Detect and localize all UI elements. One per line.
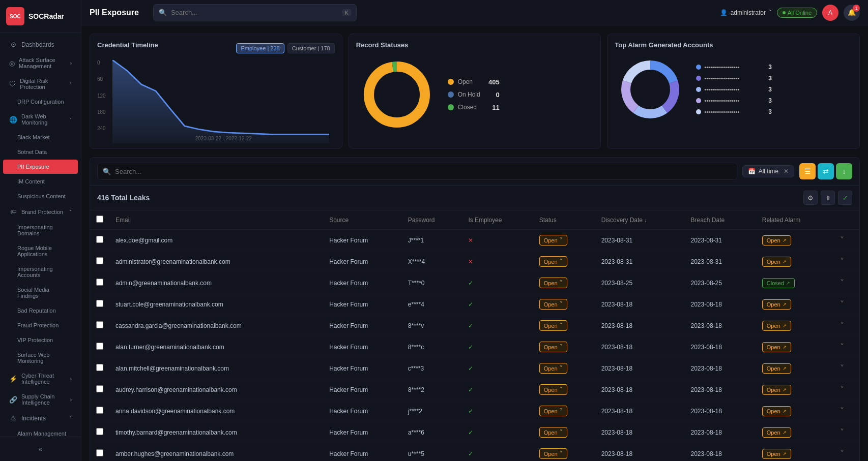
expand-row-button[interactable]: ˅ <box>840 449 844 458</box>
avatar[interactable]: A <box>822 5 838 21</box>
sidebar-item-alarm-management[interactable]: Alarm Management <box>3 426 78 437</box>
sidebar-item-im-content[interactable]: IM Content <box>3 174 78 189</box>
status-badge[interactable]: Open ˅ <box>539 235 567 245</box>
sidebar-item-attack-surface[interactable]: ◎ Attack Surface Management › <box>3 53 78 73</box>
sidebar-item-impersonating-domains[interactable]: Impersonating Domains <box>3 220 78 240</box>
expand-row-button[interactable]: ˅ <box>840 428 844 437</box>
alarm-badge[interactable]: Open ↗ <box>762 406 791 416</box>
breach-cell: 2023-08-18 <box>685 401 756 422</box>
clear-filter-icon[interactable]: ✕ <box>784 168 789 175</box>
sidebar-item-impersonating-accounts[interactable]: Impersonating Accounts <box>3 262 78 282</box>
tab-customer[interactable]: Customer | 178 <box>287 43 335 53</box>
status-badge[interactable]: Open ˅ <box>539 406 567 416</box>
alarm-badge[interactable]: Open ↗ <box>762 449 791 459</box>
row-checkbox[interactable] <box>96 300 103 307</box>
external-link-icon: ↗ <box>783 366 787 371</box>
expand-row-button[interactable]: ˅ <box>840 407 844 415</box>
expand-row-button[interactable]: ˅ <box>840 257 844 266</box>
time-filter[interactable]: 📅 All time ✕ <box>742 165 794 177</box>
alarm-badge[interactable]: Open ↗ <box>762 235 791 245</box>
alarm-badge[interactable]: Open ↗ <box>762 257 791 267</box>
sidebar-item-label: Dashboards <box>21 41 54 48</box>
sidebar-item-pii-exposure[interactable]: PII Exposure <box>3 160 78 174</box>
status-badge[interactable]: Open ˅ <box>539 342 567 352</box>
discovery-cell: 2023-08-18 <box>595 315 685 336</box>
sidebar-item-black-market[interactable]: Black Market <box>3 130 78 144</box>
collapse-button[interactable]: « <box>0 441 81 457</box>
notifications-button[interactable]: 🔔 1 <box>844 5 860 21</box>
alarm-badge[interactable]: Open ↗ <box>762 427 791 438</box>
status-badge[interactable]: Open ˅ <box>539 448 567 459</box>
sidebar-item-supply-chain[interactable]: 🔗 Supply Chain Intelligence › <box>3 389 78 410</box>
filter-btn-teal[interactable]: ⇄ <box>818 163 834 179</box>
global-search-input[interactable] <box>171 9 338 16</box>
row-checkbox[interactable] <box>96 364 103 371</box>
sidebar-item-label: Bad Reputation <box>17 308 56 314</box>
tab-employee[interactable]: Employee | 238 <box>236 43 284 53</box>
check-icon-btn[interactable]: ✓ <box>838 191 852 205</box>
sidebar-item-dashboards[interactable]: ⊙ Dashboards <box>3 37 78 52</box>
status-badge[interactable]: Open ˅ <box>539 384 567 395</box>
status-badge[interactable]: Open ˅ <box>539 320 567 331</box>
sidebar-item-suspicious[interactable]: Suspicious Content <box>3 189 78 203</box>
sidebar-item-label: Black Market <box>17 134 50 140</box>
expand-row-button[interactable]: ˅ <box>840 279 844 287</box>
employee-cell: ✓ <box>462 401 533 422</box>
sidebar-item-fraud-protection[interactable]: Fraud Protection <box>3 318 78 332</box>
filter-btn-orange[interactable]: ☰ <box>799 163 816 179</box>
row-checkbox[interactable] <box>96 257 103 264</box>
row-checkbox[interactable] <box>96 385 103 392</box>
alarm-badge[interactable]: Open ↗ <box>762 299 791 310</box>
employee-check-icon: ✓ <box>468 386 473 393</box>
sidebar-item-brand-protection[interactable]: 🏷 Brand Protection ˅ <box>3 204 78 220</box>
chevron-down-icon: ˅ <box>560 450 563 457</box>
sidebar-item-incidents[interactable]: ⚠ Incidents ˅ <box>3 410 78 426</box>
sidebar-item-rogue-mobile[interactable]: Rogue Mobile Applications <box>3 241 78 261</box>
row-checkbox[interactable] <box>96 279 103 286</box>
row-checkbox[interactable] <box>96 236 103 243</box>
sidebar-item-vip-protection[interactable]: VIP Protection <box>3 333 78 347</box>
sidebar-item-social-media[interactable]: Social Media Findings <box>3 283 78 303</box>
data-table: Email Source Password Is Employee Status… <box>90 210 859 461</box>
row-checkbox[interactable] <box>96 449 103 456</box>
pause-icon-btn[interactable]: ⏸ <box>821 191 835 205</box>
employee-cell: ✓ <box>462 358 533 379</box>
expand-row-button[interactable]: ˅ <box>840 236 844 244</box>
expand-row-button[interactable]: ˅ <box>840 321 844 330</box>
chevron-down-icon: ˅ <box>560 301 563 308</box>
alarm-badge[interactable]: Open ↗ <box>762 342 791 352</box>
expand-row-button[interactable]: ˅ <box>840 343 844 351</box>
filter-btn-green[interactable]: ↓ <box>836 163 852 179</box>
sidebar-item-digital-risk[interactable]: 🛡 Digital Risk Protection ˅ <box>3 74 78 94</box>
status-badge[interactable]: Open ˅ <box>539 427 567 438</box>
sidebar-item-cyber-threat[interactable]: ⚡ Cyber Threat Intelligence › <box>3 368 78 389</box>
alarm-cell: Open ↗ <box>756 401 834 422</box>
sidebar-item-drp-config[interactable]: DRP Configuration <box>3 95 78 109</box>
row-checkbox[interactable] <box>96 428 103 435</box>
email-cell: alex.doe@gmail.com <box>109 230 323 251</box>
expand-row-button[interactable]: ˅ <box>840 300 844 309</box>
username: administrator <box>731 9 766 16</box>
closed-label: Closed <box>458 104 480 111</box>
row-checkbox[interactable] <box>96 321 103 328</box>
alarm-badge[interactable]: Open ↗ <box>762 321 791 331</box>
row-checkbox[interactable] <box>96 407 103 414</box>
filter-icon-btn[interactable]: ⚙ <box>803 191 818 205</box>
sidebar-item-botnet-data[interactable]: Botnet Data <box>3 145 78 159</box>
sidebar-item-bad-reputation[interactable]: Bad Reputation <box>3 303 78 318</box>
onhold-dot <box>448 91 454 98</box>
sidebar-item-dark-web[interactable]: 🌐 Dark Web Monitoring ˅ <box>3 109 78 130</box>
status-badge[interactable]: Open ˅ <box>539 363 567 374</box>
status-badge[interactable]: Open ˅ <box>539 278 567 288</box>
expand-row-button[interactable]: ˅ <box>840 385 844 394</box>
status-badge[interactable]: Open ˅ <box>539 299 567 310</box>
expand-row-button[interactable]: ˅ <box>840 364 844 373</box>
table-search-input[interactable] <box>115 168 732 175</box>
alarm-badge[interactable]: Open ↗ <box>762 363 791 374</box>
row-checkbox[interactable] <box>96 343 103 350</box>
status-badge[interactable]: Open ˅ <box>539 256 567 267</box>
alarm-badge[interactable]: Open ↗ <box>762 385 791 395</box>
select-all-checkbox[interactable] <box>96 216 103 223</box>
sidebar-item-surface-web[interactable]: Surface Web Monitoring <box>3 348 78 368</box>
alarm-badge[interactable]: Closed ↗ <box>762 278 795 288</box>
